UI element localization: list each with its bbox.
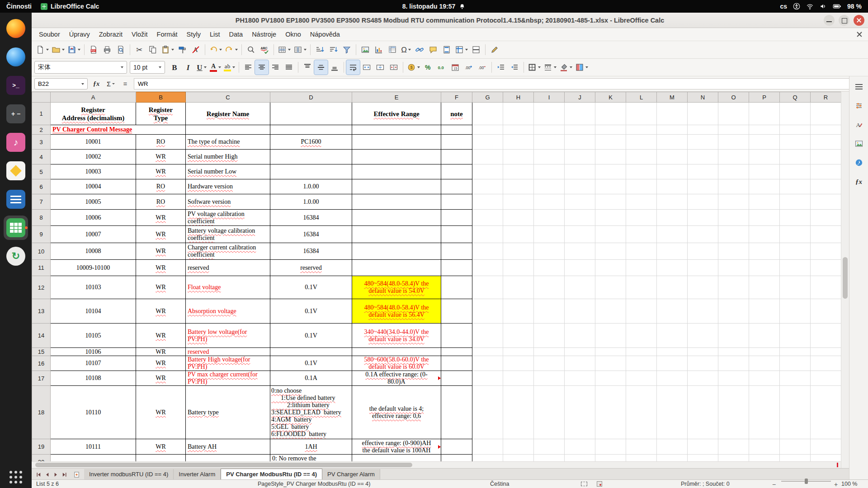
menu-vlo-it[interactable]: Vložit <box>127 29 152 40</box>
cell-K16[interactable] <box>595 356 626 371</box>
cell-C3[interactable]: The type of machine <box>186 135 270 150</box>
libreoffice-calc-icon[interactable] <box>4 216 28 240</box>
align-top-button[interactable] <box>301 60 314 75</box>
cell-D10[interactable]: 16384 <box>270 243 352 260</box>
cell-L12[interactable] <box>626 276 657 299</box>
cell-B14[interactable]: WR <box>136 324 186 348</box>
column-header-R[interactable]: R <box>811 92 841 103</box>
cell-M14[interactable] <box>657 324 688 348</box>
cell-R18[interactable] <box>811 386 841 439</box>
cell-D5[interactable] <box>270 164 352 179</box>
cell-M10[interactable] <box>657 243 688 260</box>
cell-B16[interactable]: WR <box>136 356 186 371</box>
cell-B12[interactable]: WR <box>136 276 186 299</box>
cell-P12[interactable] <box>749 276 780 299</box>
cell-A20[interactable] <box>51 455 136 462</box>
cell-M12[interactable] <box>657 276 688 299</box>
wifi-icon[interactable] <box>806 3 814 10</box>
cell-M13[interactable] <box>657 299 688 324</box>
cell-R12[interactable] <box>811 276 841 299</box>
cell-A2[interactable]: PV Charger Control Message <box>51 125 186 135</box>
cell-N13[interactable] <box>688 299 718 324</box>
cell-O1[interactable] <box>718 103 749 125</box>
align-right-button[interactable] <box>269 60 282 75</box>
cell-C13[interactable]: Absorption voltage <box>186 299 270 324</box>
menu-n-pov-da[interactable]: Nápověda <box>306 29 344 40</box>
cell-G18[interactable] <box>472 386 503 439</box>
document-modified-icon[interactable] <box>597 481 602 487</box>
cell-F18[interactable] <box>441 386 472 439</box>
cell-Q17[interactable] <box>780 371 811 386</box>
show-draw-functions-button[interactable] <box>488 42 501 57</box>
cell-B6[interactable]: RO <box>136 179 186 194</box>
selection-mode-icon[interactable] <box>581 482 587 486</box>
cell-N1[interactable] <box>688 103 718 125</box>
cell-I10[interactable] <box>534 243 565 260</box>
cell-R13[interactable] <box>811 299 841 324</box>
column-header-C[interactable]: C <box>186 92 270 103</box>
format-as-currency-button[interactable]: $ <box>406 60 421 75</box>
cell-G17[interactable] <box>472 371 503 386</box>
cell-E6[interactable] <box>352 179 441 194</box>
cell-I16[interactable] <box>534 356 565 371</box>
battery-icon[interactable] <box>833 3 841 9</box>
cell-M11[interactable] <box>657 260 688 276</box>
cell-Q11[interactable] <box>780 260 811 276</box>
cell-K2[interactable] <box>595 125 626 135</box>
cell-I13[interactable] <box>534 299 565 324</box>
sidebar-gallery-button[interactable] <box>852 137 866 150</box>
cell-R19[interactable] <box>811 439 841 455</box>
cell-Q9[interactable] <box>780 226 811 243</box>
column-header-H[interactable]: H <box>503 92 534 103</box>
cell-C20[interactable] <box>186 455 270 462</box>
format-as-percent-button[interactable]: % <box>421 60 435 75</box>
zoom-in-button[interactable]: + <box>834 481 838 488</box>
cell-A4[interactable]: 10002 <box>51 150 136 164</box>
cell-H14[interactable] <box>503 324 534 348</box>
cell-P2[interactable] <box>749 125 780 135</box>
cell-E19[interactable]: effective range: (0-900)AH the default v… <box>352 439 441 455</box>
cell-I1[interactable] <box>534 103 565 125</box>
cell-L15[interactable] <box>626 348 657 356</box>
cell-Q15[interactable] <box>780 348 811 356</box>
row-header-3[interactable]: 3 <box>32 135 51 150</box>
cell-F14[interactable] <box>441 324 472 348</box>
cell-C6[interactable]: Hardware version <box>186 179 270 194</box>
cell-J13[interactable] <box>565 299 595 324</box>
cell-I15[interactable] <box>534 348 565 356</box>
cell-J20[interactable] <box>565 455 595 462</box>
spelling-button[interactable]: ABC <box>258 42 271 57</box>
cell-J3[interactable] <box>565 135 595 150</box>
cell-H11[interactable] <box>503 260 534 276</box>
cell-L3[interactable] <box>626 135 657 150</box>
cell-I5[interactable] <box>534 164 565 179</box>
cell-H16[interactable] <box>503 356 534 371</box>
cell-E7[interactable] <box>352 194 441 210</box>
cell-P1[interactable] <box>749 103 780 125</box>
underline-button[interactable]: U <box>195 60 208 75</box>
cell-E10[interactable] <box>352 243 441 260</box>
cell-R11[interactable] <box>811 260 841 276</box>
cell-J19[interactable] <box>565 439 595 455</box>
zoom-slider[interactable] <box>781 481 831 482</box>
cell-D13[interactable]: 0.1V <box>270 299 352 324</box>
cell-P20[interactable] <box>749 455 780 462</box>
cell-O2[interactable] <box>718 125 749 135</box>
row-header-5[interactable]: 5 <box>32 164 51 179</box>
keyboard-layout-indicator[interactable]: cs <box>780 3 788 10</box>
cell-A12[interactable]: 10103 <box>51 276 136 299</box>
cell-R2[interactable] <box>811 125 841 135</box>
paste-button[interactable] <box>160 42 175 57</box>
cell-E17[interactable]: 0.1A effective range: (0- 80.0)A <box>352 371 441 386</box>
justified-button[interactable] <box>282 60 296 75</box>
cell-N6[interactable] <box>688 179 718 194</box>
cell-J7[interactable] <box>565 194 595 210</box>
cell-A13[interactable]: 10104 <box>51 299 136 324</box>
cell-P6[interactable] <box>749 179 780 194</box>
cell-E1[interactable]: Effective Range <box>352 103 441 125</box>
bold-button[interactable]: B <box>168 60 181 75</box>
cell-N8[interactable] <box>688 210 718 226</box>
font-size-box[interactable]: 10 pt <box>130 61 165 74</box>
cell-O13[interactable] <box>718 299 749 324</box>
cell-E5[interactable] <box>352 164 441 179</box>
